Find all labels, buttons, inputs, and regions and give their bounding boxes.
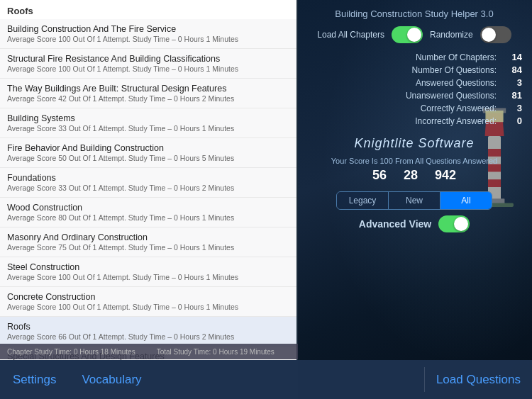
chapter-list: Building Construction And The Fire Servi… bbox=[0, 19, 297, 360]
score-numbers: 56 28 942 bbox=[306, 168, 522, 183]
advanced-view-toggle[interactable] bbox=[438, 215, 470, 232]
bottom-nav: Settings Vocabulary bbox=[0, 373, 424, 387]
chapter-item[interactable]: Masonry And Ordinary ConstructionAverage… bbox=[0, 227, 297, 257]
unanswered-value: 81 bbox=[501, 90, 522, 101]
chapter-subtitle: Average Score 100 Out Of 1 Attempt. Stud… bbox=[7, 273, 289, 281]
chapters-label: Number Of Chapters: bbox=[416, 52, 497, 62]
chapter-list-header: Roofs bbox=[0, 0, 297, 19]
chapter-title: Roofs bbox=[7, 322, 289, 332]
app-title: Building Construction Study Helper 3.0 bbox=[306, 9, 522, 19]
brand-name: Knightlite Software bbox=[306, 136, 522, 151]
correctly-label: Correctly Answered: bbox=[421, 103, 497, 113]
chapter-item[interactable]: Building SystemsAverage Score 33 Out Of … bbox=[0, 108, 297, 138]
randomize-knob bbox=[482, 28, 496, 42]
correctly-row: Correctly Answered: 3 bbox=[306, 103, 522, 113]
answered-value: 3 bbox=[501, 77, 522, 88]
study-time-strip: Chapter Study Time: 0 Hours 18 Minutes T… bbox=[0, 344, 298, 359]
toggle-row: Load All Chapters Randomize bbox=[306, 26, 522, 43]
chapter-subtitle: Average Score 100 Out Of 1 Attempt. Stud… bbox=[7, 64, 289, 73]
stats-panel: Building Construction Study Helper 3.0 L… bbox=[297, 0, 532, 360]
vocabulary-button[interactable]: Vocabulary bbox=[76, 373, 147, 387]
settings-button[interactable]: Settings bbox=[7, 373, 62, 387]
chapter-subtitle: Average Score 42 Out Of 1 Attempt. Study… bbox=[7, 94, 289, 103]
incorrectly-label: Incorrectly Answered: bbox=[415, 116, 497, 126]
load-questions-button[interactable]: Load Questions bbox=[425, 373, 532, 387]
chapter-subtitle: Average Score 33 Out Of 1 Attempt. Study… bbox=[7, 184, 289, 192]
chapter-list-panel: Roofs Building Construction And The Fire… bbox=[0, 0, 297, 360]
score-new: 28 bbox=[404, 168, 418, 183]
chapters-row: Number Of Chapters: 14 bbox=[306, 52, 522, 62]
app-container: Roofs Building Construction And The Fire… bbox=[0, 0, 532, 399]
advanced-row: Advanced View bbox=[306, 215, 522, 232]
incorrectly-row: Incorrectly Answered: 0 bbox=[306, 116, 522, 126]
chapter-title: Foundations bbox=[7, 173, 289, 183]
chapter-item[interactable]: Concrete ConstructionAverage Score 100 O… bbox=[0, 287, 297, 317]
chapter-subtitle: Average Score 50 Out Of 1 Attempt. Study… bbox=[7, 154, 289, 162]
chapter-title: Building Construction And The Fire Servi… bbox=[7, 24, 289, 34]
stats-grid: Number Of Chapters: 14 Number Of Questio… bbox=[306, 52, 522, 126]
chapter-item[interactable]: Fire Behavior And Building ConstructionA… bbox=[0, 138, 297, 168]
chapter-subtitle: Average Score 100 Out Of 1 Attempt. Stud… bbox=[7, 303, 289, 311]
chapter-subtitle: Average Score 33 Out Of 1 Attempt. Study… bbox=[7, 124, 289, 133]
chapter-title: Steel Construction bbox=[7, 262, 289, 272]
unanswered-row: Unanswered Questions: 81 bbox=[306, 90, 522, 101]
advanced-view-label: Advanced View bbox=[359, 218, 431, 230]
segment-all[interactable]: All bbox=[440, 192, 492, 209]
chapter-title: Wood Construction bbox=[7, 203, 289, 213]
unanswered-label: Unanswered Questions: bbox=[406, 91, 497, 101]
answered-row: Answered Questions: 3 bbox=[306, 77, 522, 88]
chapter-item[interactable]: Building Construction And The Fire Servi… bbox=[0, 19, 297, 49]
chapter-item[interactable]: Steel ConstructionAverage Score 100 Out … bbox=[0, 257, 297, 287]
load-all-label: Load All Chapters bbox=[317, 30, 384, 40]
chapter-item[interactable]: FoundationsAverage Score 33 Out Of 1 Att… bbox=[0, 168, 297, 198]
segment-control: Legacy New All bbox=[336, 191, 492, 210]
chapter-subtitle: Average Score 100 Out Of 1 Attempt. Stud… bbox=[7, 35, 289, 43]
bottom-bar: Settings Vocabulary Load Questions bbox=[0, 360, 532, 399]
segment-legacy[interactable]: Legacy bbox=[337, 192, 389, 209]
chapter-item[interactable]: RoofsAverage Score 66 Out Of 1 Attempt. … bbox=[0, 317, 297, 347]
chapter-item[interactable]: Structural Fire Resistance And Building … bbox=[0, 49, 297, 79]
incorrectly-value: 0 bbox=[501, 116, 522, 126]
chapter-item[interactable]: The Way Buildings Are Built: Structural … bbox=[0, 79, 297, 108]
chapter-title: The Way Buildings Are Built: Structural … bbox=[7, 84, 289, 94]
randomize-toggle[interactable] bbox=[480, 26, 511, 43]
answered-label: Answered Questions: bbox=[416, 78, 497, 88]
score-text: Your Score Is 100 From All Questions Ans… bbox=[306, 157, 522, 165]
score-legacy: 56 bbox=[372, 168, 387, 183]
score-all: 942 bbox=[435, 168, 456, 183]
questions-label: Number Of Questions: bbox=[412, 65, 497, 75]
questions-row: Number Of Questions: 84 bbox=[306, 64, 522, 75]
correctly-value: 3 bbox=[501, 103, 522, 113]
brand-area: Knightlite Software bbox=[306, 136, 522, 151]
load-all-knob bbox=[407, 28, 421, 42]
score-section: Your Score Is 100 From All Questions Ans… bbox=[306, 157, 522, 187]
chapter-study-time: Chapter Study Time: 0 Hours 18 Minutes bbox=[7, 348, 135, 356]
questions-value: 84 bbox=[501, 64, 522, 75]
chapter-subtitle: Average Score 80 Out Of 1 Attempt. Study… bbox=[7, 213, 289, 222]
load-all-toggle[interactable] bbox=[392, 26, 423, 43]
chapter-title: Fire Behavior And Building Construction bbox=[7, 143, 289, 153]
chapter-title: Masonry And Ordinary Construction bbox=[7, 232, 289, 242]
segment-new[interactable]: New bbox=[389, 192, 440, 209]
total-study-time: Total Study Time: 0 Hours 19 Minutes bbox=[157, 348, 275, 356]
chapter-title: Concrete Construction bbox=[7, 292, 289, 302]
chapter-subtitle: Average Score 66 Out Of 1 Attempt. Study… bbox=[7, 332, 289, 341]
chapter-subtitle: Average Score 75 Out Of 1 Attempt. Study… bbox=[7, 243, 289, 252]
chapter-title: Structural Fire Resistance And Building … bbox=[7, 54, 289, 64]
advanced-view-knob bbox=[454, 217, 468, 231]
chapters-value: 14 bbox=[501, 52, 522, 62]
chapter-item[interactable]: Wood ConstructionAverage Score 80 Out Of… bbox=[0, 198, 297, 227]
randomize-label: Randomize bbox=[430, 30, 473, 40]
chapter-title: Building Systems bbox=[7, 113, 289, 123]
